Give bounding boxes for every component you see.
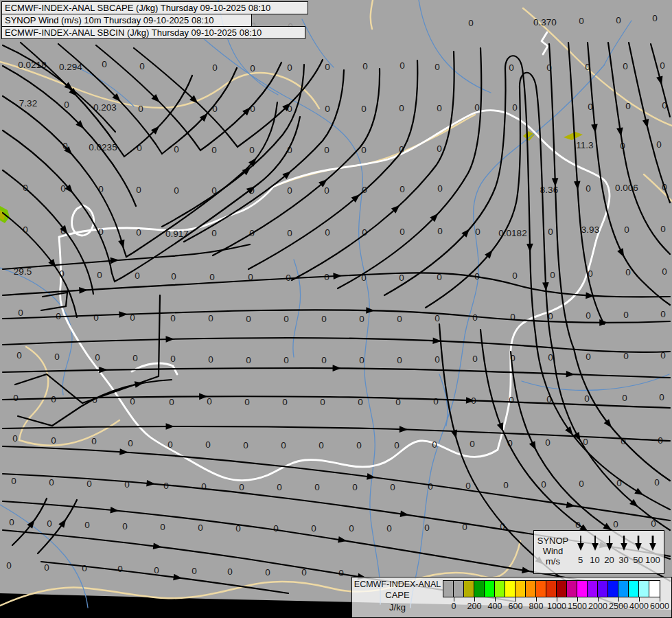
map-value-label: 0 (662, 266, 667, 277)
cape-color-cell (588, 581, 598, 597)
map-value-label: 0 (509, 62, 514, 73)
map-value-label: 0 (314, 482, 320, 492)
map-value-label: 0 (433, 396, 439, 407)
map-value-label: 0 (49, 477, 54, 488)
wind-speed-arrows: 510203050100 (572, 531, 664, 573)
map-value-label: 0 (135, 271, 140, 281)
map-value-label: 0 (386, 523, 392, 534)
map-value-label: 0 (12, 433, 18, 444)
cape-color-cell (443, 581, 454, 597)
map-value-label: 0 (437, 226, 443, 236)
map-value-label: 0 (170, 313, 176, 323)
map-value-label: 0 (311, 523, 316, 534)
cape-color-cell (608, 581, 618, 597)
wind-legend-line3: m/s (534, 556, 572, 566)
map-value-label: 0.370 (533, 17, 557, 27)
map-value-label: 0 (472, 354, 478, 364)
map-value-label: 0 (512, 271, 518, 281)
map-value-label: 0 (586, 310, 591, 321)
map-value-label: 0 (325, 104, 330, 114)
map-value-label: 0 (170, 354, 176, 364)
wind-speed-value: 50 (631, 555, 645, 565)
down-arrow-icon (590, 534, 600, 551)
map-value-label: 0 (265, 567, 270, 577)
cape-scale-label: 6000 (650, 602, 669, 611)
cape-color-cell (505, 581, 515, 597)
map-value-label: 0 (169, 397, 174, 407)
cape-color-cell (495, 581, 505, 597)
map-value-label: 0 (394, 440, 399, 450)
map-value-label: 0 (352, 482, 358, 492)
map-value-label: 0 (207, 396, 212, 407)
map-value-label: 0 (435, 313, 440, 323)
map-value-label: 0 (136, 185, 141, 195)
cape-color-cell (546, 581, 557, 597)
cape-color-cell (474, 581, 485, 597)
arrow-head (592, 543, 599, 551)
map-value-label: 0 (318, 440, 324, 450)
wind-speed-item: 10 (588, 534, 602, 573)
map-title-sbcin: ECMWF-INDEX-ANAL SBCIN (J/kg) Thursday 0… (1, 26, 305, 39)
map-value-label: 0 (97, 270, 102, 280)
map-value-label: 0 (470, 439, 475, 449)
cape-color-cell (629, 581, 639, 597)
cape-color-cell (454, 581, 464, 597)
map-value-label: 0 (212, 62, 218, 73)
cape-color-cell (526, 581, 536, 597)
map-value-label: 0 (660, 309, 666, 319)
map-value-label: 0 (397, 314, 402, 324)
map-value-label: 0 (362, 61, 368, 71)
wind-speed-value: 5 (573, 555, 588, 565)
map-value-label: 0 (18, 308, 23, 318)
cape-color-cell (649, 581, 659, 597)
map-value-label: 0 (47, 518, 52, 529)
map-value-label: 0 (167, 439, 173, 450)
map-value-label: 0 (277, 482, 282, 492)
map-value-label: 0 (250, 63, 255, 73)
arrow-head (577, 543, 584, 551)
weather-map[interactable]: 0000.3700000.02180.294000000000000007.32… (0, 0, 672, 618)
map-value-label: 0 (586, 183, 591, 194)
down-arrow-icon (576, 534, 586, 551)
map-value-label: 0 (54, 352, 60, 362)
cape-scale-label: 4000 (629, 602, 649, 611)
map-value-label: 0 (286, 273, 291, 283)
map-value-label: 0 (321, 355, 327, 365)
map-value-label: 0 (659, 392, 664, 402)
map-value-label: 0 (579, 16, 584, 26)
cape-color-cell (536, 581, 546, 597)
cape-scale-label: 800 (529, 602, 544, 611)
cape-color-cells (443, 580, 660, 597)
wind-speed-item: 5 (573, 534, 588, 573)
cape-legend-label: ECMWF-INDEX-ANAL CAPE J/kg (352, 577, 443, 617)
map-value-label: 0 (660, 224, 666, 234)
map-title-sbcape: ECMWF-INDEX-ANAL SBCAPE (J/kg) Thursday … (1, 1, 308, 14)
map-value-label: 0 (579, 479, 584, 489)
map-value-label: 0 (102, 59, 107, 69)
map-value-label: 0 (324, 145, 329, 155)
map-value-label: 0 (6, 560, 12, 571)
map-value-label: 0 (541, 479, 546, 490)
map-value-label: 0.203 (93, 102, 117, 113)
map-value-label: 0 (437, 183, 443, 194)
map-value-label: 0 (139, 61, 145, 71)
wind-speed-item: 20 (602, 534, 616, 573)
map-value-label: 0 (324, 185, 329, 196)
map-value-label: 0 (243, 440, 248, 450)
cape-color-cell (485, 581, 495, 597)
map-value-label: 0 (399, 227, 405, 237)
map-value-label: 0 (435, 354, 440, 365)
map-value-label: 0 (91, 436, 97, 446)
map-value-label: 0 (652, 13, 658, 23)
down-arrow-icon (634, 534, 643, 551)
map-value-label: 0 (192, 566, 197, 576)
map-value-label: 0 (9, 517, 14, 527)
map-value-label: 0 (205, 439, 211, 450)
map-value-label: 0 (287, 62, 292, 73)
cape-scale-label: 2500 (609, 602, 628, 611)
arrow-head (649, 543, 656, 551)
map-value-label: 0 (424, 523, 430, 533)
wind-speed-value: 20 (602, 555, 616, 565)
map-value-label: 0 (154, 565, 159, 575)
cape-legend-box: ECMWF-INDEX-ANAL CAPE J/kg 0200400600800… (351, 577, 672, 618)
